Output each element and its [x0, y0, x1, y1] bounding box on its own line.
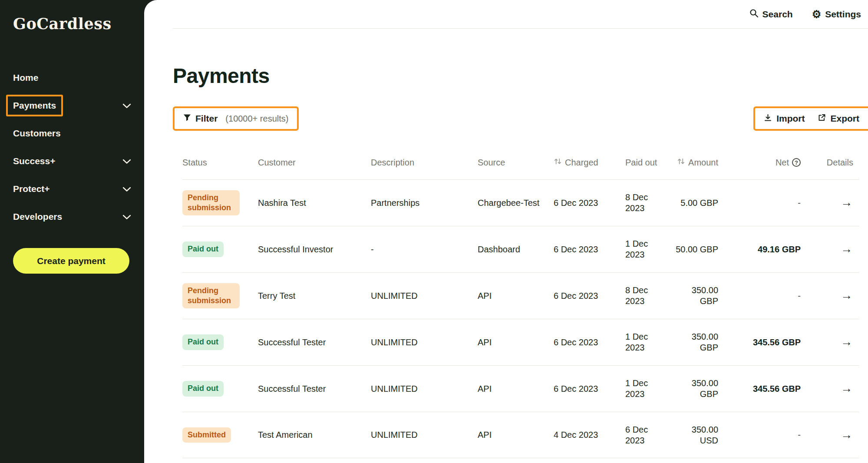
source-cell: API: [478, 430, 554, 440]
charged-cell: 6 Dec 2023: [554, 291, 625, 301]
help-icon[interactable]: ?: [792, 158, 801, 167]
table-row[interactable]: Pending submission Nashira Test Partners…: [182, 179, 859, 226]
status-cell: Paid out: [182, 241, 258, 257]
charged-cell: 6 Dec 2023: [554, 337, 625, 348]
description-cell: -: [371, 244, 478, 255]
annotation-box-filter: Filter (10000+ results): [173, 106, 299, 131]
annotation-box-import-export: Import Export: [753, 106, 868, 131]
customer-cell: Successful Tester: [258, 337, 371, 348]
table-row[interactable]: Pending submission Terry Test UNLIMITED …: [182, 272, 859, 319]
table-row[interactable]: Submitted Test American UNLIMITED API 4 …: [182, 412, 859, 458]
status-badge: Pending submission: [182, 283, 240, 309]
download-icon: [764, 113, 772, 124]
customer-cell: Terry Test: [258, 291, 371, 301]
details-arrow[interactable]: →: [841, 382, 852, 395]
column-header-description: Description: [371, 158, 478, 168]
status-badge: Paid out: [182, 241, 224, 257]
status-cell: Submitted: [182, 427, 258, 443]
table-header-row: Status Customer Description Source Charg…: [182, 146, 859, 179]
sidebar-item-customers[interactable]: Customers: [0, 119, 144, 147]
paid-out-cell: 1 Dec 2023: [625, 238, 673, 260]
customer-cell: Successful Tester: [258, 384, 371, 394]
column-header-source: Source: [478, 158, 554, 168]
paid-out-cell: 1 Dec 2023: [625, 331, 673, 353]
net-cell: 49.16 GBP: [725, 244, 808, 255]
source-cell: Chargebee-Test: [478, 198, 554, 208]
export-button[interactable]: Export: [818, 113, 859, 124]
toolbar: Filter (10000+ results) Import: [173, 106, 859, 131]
charged-cell: 6 Dec 2023: [554, 384, 625, 394]
filter-icon: [183, 113, 191, 124]
net-cell: -: [725, 291, 808, 301]
status-badge: Paid out: [182, 334, 224, 350]
details-arrow[interactable]: →: [841, 196, 852, 209]
sidebar-item-label: Payments: [13, 100, 56, 110]
details-cell: →: [808, 195, 860, 210]
amount-cell: 50.00 GBP: [673, 244, 725, 255]
amount-cell: 350.00 GBP: [673, 378, 725, 400]
details-arrow[interactable]: →: [841, 289, 852, 302]
description-cell: UNLIMITED: [371, 291, 478, 301]
import-label: Import: [776, 113, 805, 124]
details-arrow[interactable]: →: [841, 335, 852, 348]
net-cell: -: [725, 430, 808, 440]
column-header-customer: Customer: [258, 158, 371, 168]
net-cell: 345.56 GBP: [725, 384, 808, 394]
create-payment-button[interactable]: Create payment: [13, 248, 129, 274]
chevron-down-icon: [122, 184, 131, 194]
sidebar: GoCardless Home Payments Customers Succe…: [0, 0, 144, 463]
description-cell: UNLIMITED: [371, 384, 478, 394]
description-cell: Partnerships: [371, 198, 478, 208]
charged-cell: 4 Dec 2023: [554, 430, 625, 440]
chevron-down-icon: [122, 212, 131, 222]
column-header-details: Details: [808, 158, 860, 168]
main-area: Search ⚙ Settings Payments Filter (10000…: [144, 0, 868, 463]
filter-button[interactable]: Filter (10000+ results): [183, 113, 288, 124]
search-icon: [749, 9, 759, 20]
gear-icon: ⚙: [812, 9, 822, 20]
details-arrow[interactable]: →: [841, 242, 852, 255]
details-cell: →: [808, 428, 860, 443]
customer-cell: Test American: [258, 430, 371, 440]
chevron-down-icon: [122, 156, 131, 166]
sidebar-item-payments[interactable]: Payments: [0, 92, 144, 119]
column-header-amount[interactable]: Amount: [673, 157, 725, 168]
page-title: Payments: [173, 66, 859, 86]
table-row[interactable]: Paid out Successful Tester UNLIMITED API…: [182, 365, 859, 412]
details-cell: →: [808, 242, 860, 257]
details-cell: →: [808, 288, 860, 303]
import-button[interactable]: Import: [764, 113, 805, 124]
sidebar-item-label: Customers: [13, 128, 61, 139]
gocardless-logo: GoCardless: [0, 15, 144, 33]
details-arrow[interactable]: →: [841, 428, 852, 441]
details-cell: →: [808, 381, 860, 396]
customer-cell: Nashira Test: [258, 198, 371, 208]
table-row[interactable]: Paid out Successful Tester UNLIMITED API…: [182, 319, 859, 365]
export-label: Export: [830, 113, 859, 124]
source-cell: API: [478, 337, 554, 348]
paid-out-cell: 6 Dec 2023: [625, 424, 673, 446]
sidebar-item-label: Developers: [13, 212, 62, 222]
sort-icon: [677, 157, 685, 168]
paid-out-cell: 8 Dec 2023: [625, 192, 673, 214]
sidebar-item-success-plus[interactable]: Success+: [0, 147, 144, 175]
column-header-charged[interactable]: Charged: [554, 157, 625, 168]
status-badge: Submitted: [182, 427, 231, 443]
paid-out-cell: 8 Dec 2023: [625, 285, 673, 307]
topbar: Search ⚙ Settings: [173, 0, 868, 29]
filter-label: Filter: [195, 113, 218, 124]
column-header-paid-out: Paid out: [625, 158, 673, 168]
search-button[interactable]: Search: [749, 9, 793, 20]
amount-cell: 350.00 USD: [673, 424, 725, 446]
sidebar-item-developers[interactable]: Developers: [0, 203, 144, 231]
sort-icon: [554, 157, 562, 168]
amount-cell: 5.00 GBP: [673, 198, 725, 208]
sidebar-item-label: Home: [13, 73, 38, 83]
page-content: Payments Filter (10000+ results): [144, 29, 868, 463]
sidebar-item-protect-plus[interactable]: Protect+: [0, 175, 144, 203]
status-cell: Paid out: [182, 334, 258, 350]
table-row[interactable]: Paid out Successful Investor - Dashboard…: [182, 226, 859, 272]
settings-button[interactable]: ⚙ Settings: [812, 9, 861, 20]
charged-cell: 6 Dec 2023: [554, 244, 625, 255]
sidebar-item-home[interactable]: Home: [0, 64, 144, 92]
